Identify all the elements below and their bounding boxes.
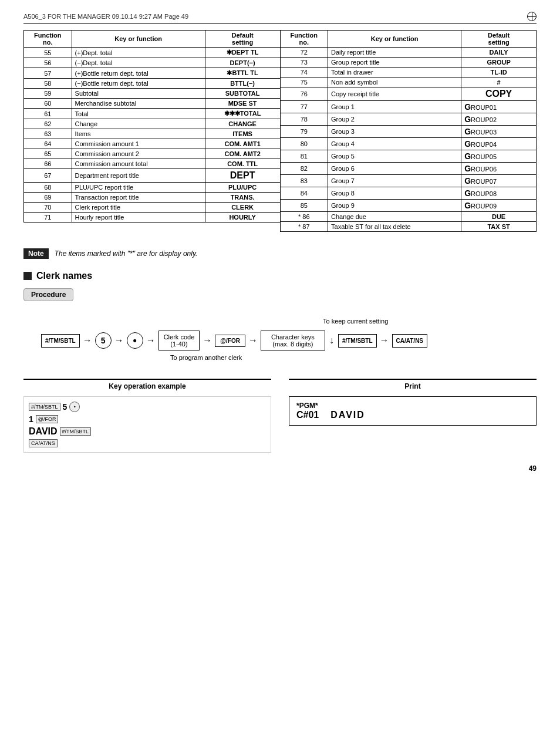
- cell-key: Group 5: [328, 150, 461, 163]
- table-row: 71Hourly report titleHOURLY: [24, 213, 281, 223]
- flow-box-charkeys: Character keys(max. 8 digits): [261, 331, 325, 350]
- table-row: 58(−)Bottle return dept. totalBTTL(−): [24, 79, 281, 89]
- cell-key: Total in drawer: [328, 68, 461, 77]
- cell-no: 63: [24, 129, 72, 139]
- table-row: 78Group 2GROUP02: [280, 113, 537, 126]
- cell-default: TL-ID: [461, 68, 537, 77]
- cell-no: 73: [280, 58, 328, 68]
- table-row: 66Commission amount totalCOM. TTL: [24, 159, 281, 169]
- table-row: 85Group 9GROUP09: [280, 200, 537, 212]
- cell-key: PLU/UPC report title: [72, 183, 205, 193]
- cell-default: COM. AMT2: [205, 149, 280, 159]
- flow-downarrow: ↓: [329, 335, 334, 346]
- table-row: 81Group 5GROUP05: [280, 150, 537, 163]
- cell-key: Group 8: [328, 187, 461, 200]
- flow-box-hashtmsbtl: #/TM/SBTL: [41, 334, 80, 348]
- cell-default: PLU/UPC: [205, 183, 280, 193]
- cell-default: ITEMS: [205, 129, 280, 139]
- table-row: 61Total✱✱✱TOTAL: [24, 109, 281, 119]
- cell-no: 59: [24, 89, 72, 99]
- cell-default: ✱✱✱TOTAL: [205, 109, 280, 119]
- main-tables: Functionno. Key or function Defaultsetti…: [23, 30, 537, 241]
- cell-default: SUBTOTAL: [205, 89, 280, 99]
- cell-default: GROUP04: [461, 138, 537, 150]
- procedure-badge: Procedure: [23, 288, 73, 301]
- cell-default: COPY: [461, 87, 537, 101]
- table-row: 76Copy receipt titleCOPY: [280, 87, 537, 101]
- left-th-function-no: Functionno.: [24, 31, 72, 48]
- cell-no: 55: [24, 48, 72, 58]
- left-table: Functionno. Key or function Defaultsetti…: [23, 30, 281, 241]
- cell-key: Clerk report title: [72, 203, 205, 213]
- cell-no: 74: [280, 68, 328, 77]
- cell-default: BTTL(−): [205, 79, 280, 89]
- table-row: 60Merchandise subtotalMDSE ST: [24, 99, 281, 109]
- cell-no: 69: [24, 193, 72, 203]
- cell-default: CHANGE: [205, 119, 280, 129]
- cell-default: HOURLY: [205, 213, 280, 223]
- left-th-default: Defaultsetting: [205, 31, 280, 48]
- right-th-default: Defaultsetting: [461, 31, 537, 48]
- cell-no: 81: [280, 150, 328, 163]
- cell-no: 80: [280, 138, 328, 150]
- page-header: A506_3 FOR THE MANAGER 09.10.14 9:27 AM …: [23, 12, 537, 24]
- table-row: 79Group 3GROUP03: [280, 126, 537, 138]
- section-title: Clerk names: [23, 271, 537, 281]
- cell-key: Department report title: [72, 169, 205, 183]
- cell-no: 76: [280, 87, 328, 101]
- cell-key: Change: [72, 119, 205, 129]
- table-row: * 86Change dueDUE: [280, 212, 537, 222]
- key-hashtmsbtl-1: #/TM/SBTL: [29, 403, 60, 411]
- cell-key: Items: [72, 129, 205, 139]
- cell-default: GROUP01: [461, 101, 537, 113]
- cell-no: 66: [24, 159, 72, 169]
- table-row: 67Department report titleDEPT: [24, 169, 281, 183]
- print-section: Print *PGM* C#01 DAVID: [289, 379, 537, 426]
- table-row: 56(−)Dept. totalDEPT(−): [24, 58, 281, 68]
- right-table: Functionno. Key or function Defaultsetti…: [280, 30, 537, 241]
- cell-key: Group 7: [328, 175, 461, 187]
- cell-no: 58: [24, 79, 72, 89]
- table-row: * 87Taxable ST for all tax deleteTAX ST: [280, 222, 537, 232]
- below-label: To program another clerk: [170, 354, 537, 361]
- cell-key: Group 3: [328, 126, 461, 138]
- cell-key: Taxable ST for all tax delete: [328, 222, 461, 232]
- cell-no: 79: [280, 126, 328, 138]
- table-row: 59SubtotalSUBTOTAL: [24, 89, 281, 99]
- table-row: 64Commission amount 1COM. AMT1: [24, 139, 281, 149]
- cell-no: 71: [24, 213, 72, 223]
- cell-default: ✱BTTL TL: [205, 68, 280, 79]
- cell-default: GROUP02: [461, 113, 537, 126]
- flow-circle-5: 5: [95, 332, 112, 349]
- page-number: 49: [23, 464, 537, 473]
- left-th-key: Key or function: [72, 31, 205, 48]
- table-row: 82Group 6GROUP06: [280, 163, 537, 175]
- key-dot-circle: •: [69, 402, 80, 412]
- table-row: 62ChangeCHANGE: [24, 119, 281, 129]
- table-row: 80Group 4GROUP04: [280, 138, 537, 150]
- cell-no: 84: [280, 187, 328, 200]
- cell-no: 75: [280, 77, 328, 87]
- cell-no: 78: [280, 113, 328, 126]
- cell-key: Hourly report title: [72, 213, 205, 223]
- table-row: 83Group 7GROUP07: [280, 175, 537, 187]
- keep-label: To keep current setting: [323, 318, 388, 325]
- cell-key: Group 9: [328, 200, 461, 212]
- note-text: The items marked with "*" are for displa…: [55, 250, 198, 258]
- cell-no: * 86: [280, 212, 328, 222]
- cell-default: GROUP07: [461, 175, 537, 187]
- key-david: DAVID: [29, 426, 58, 437]
- cell-default: GROUP06: [461, 163, 537, 175]
- section-title-text: Clerk names: [36, 271, 92, 281]
- cell-default: CLERK: [205, 203, 280, 213]
- cell-no: 62: [24, 119, 72, 129]
- cell-key: Change due: [328, 212, 461, 222]
- cell-key: Subtotal: [72, 89, 205, 99]
- cell-key: (−)Dept. total: [72, 58, 205, 68]
- print-line1: *PGM*: [296, 402, 529, 410]
- table-row: 65Commission amount 2COM. AMT2: [24, 149, 281, 159]
- table-row: 68PLU/UPC report titlePLU/UPC: [24, 183, 281, 193]
- key-atfor: @/FOR: [36, 415, 59, 423]
- table-row: 70Clerk report titleCLERK: [24, 203, 281, 213]
- print-line2: C#01 DAVID: [296, 410, 529, 420]
